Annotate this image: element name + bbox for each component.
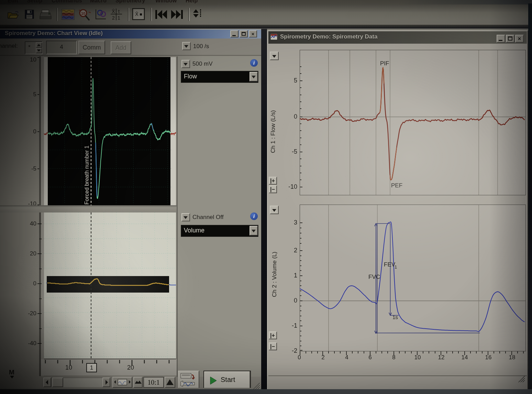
svg-text:t: t	[118, 9, 120, 14]
svg-text:X̄: X̄	[135, 11, 138, 17]
svg-text:10: 10	[81, 11, 85, 15]
svg-text:1: 1	[118, 15, 120, 21]
svg-text:FVC: FVC	[368, 274, 380, 280]
svg-text:FEV: FEV	[384, 261, 396, 268]
svg-text:2: 2	[112, 15, 115, 21]
svg-text:PIF: PIF	[380, 60, 389, 67]
svg-text:1: 1	[395, 264, 397, 270]
svg-text:PEF: PEF	[391, 182, 402, 189]
svg-text:X̄: X̄	[112, 9, 115, 14]
svg-text:Forced breath number 1: Forced breath number 1	[84, 145, 90, 205]
svg-text:1s: 1s	[392, 314, 398, 320]
